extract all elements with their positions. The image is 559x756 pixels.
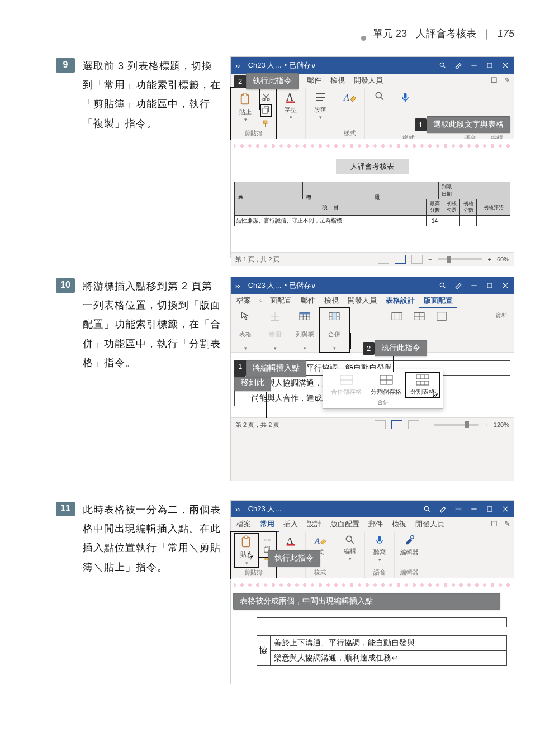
tab-file[interactable]: 檔案	[231, 294, 255, 308]
close-icon[interactable]	[501, 282, 509, 289]
pen-icon[interactable]	[454, 61, 462, 69]
paste-button[interactable]: 貼上 ▾	[235, 534, 258, 567]
props-icon[interactable]	[435, 311, 448, 322]
view-print-icon[interactable]	[391, 420, 402, 429]
zoom-in-icon[interactable]: +	[488, 256, 491, 263]
share-icon[interactable]: ☐	[487, 517, 501, 532]
maximize-icon[interactable]	[486, 61, 494, 69]
td-score: 14	[427, 216, 443, 226]
pen-icon[interactable]	[454, 282, 462, 289]
format-painter-icon[interactable]	[262, 120, 271, 129]
paste-button[interactable]: 貼上 ▾	[235, 93, 255, 122]
tab-developer[interactable]: 開發人員	[349, 74, 387, 88]
comments-icon[interactable]: ✎	[501, 517, 514, 532]
zoom-slider[interactable]	[438, 258, 482, 260]
view-readmode-icon[interactable]	[378, 255, 389, 264]
step-text: 此時表格被一分為二，兩個表格中間出現編輯插入點。在此插入點位置執行「常用＼剪貼簿…	[83, 500, 222, 684]
tab-design[interactable]: 設計	[302, 517, 326, 532]
pen-icon[interactable]	[439, 505, 447, 513]
font-dropdown[interactable]: A 字型 ▾	[281, 91, 301, 120]
comments-icon[interactable]: ✎	[501, 74, 514, 88]
svg-text:A: A	[343, 93, 349, 102]
autofit-icon[interactable]	[391, 311, 403, 322]
mic-button[interactable]	[395, 91, 415, 104]
share-icon[interactable]: ☐	[487, 74, 501, 88]
overflow-icon[interactable]: ››	[235, 505, 240, 513]
chevron-down-icon[interactable]: ∨	[311, 61, 316, 70]
tab-developer[interactable]: 開發人員	[411, 517, 449, 532]
search-icon[interactable]	[439, 282, 447, 289]
minimize-icon[interactable]	[470, 61, 478, 69]
view-web-icon[interactable]	[408, 420, 419, 429]
tab-developer[interactable]: 開發人員	[343, 294, 381, 308]
doc-row: 善於上下溝通、平行協調，能自動自發與	[270, 635, 507, 651]
cut-icon[interactable]	[262, 93, 271, 102]
search-icon[interactable]	[423, 505, 431, 513]
overflow-icon[interactable]: ››	[235, 61, 240, 70]
close-icon[interactable]	[501, 505, 509, 513]
chevron-down-icon[interactable]: ∨	[311, 282, 316, 290]
tab-file[interactable]: 檔案	[231, 517, 255, 532]
ribbon-group-styles: A 樣式	[335, 88, 365, 139]
tab-tablelayout[interactable]: 版面配置	[419, 294, 457, 308]
page-indicator: 第 1 頁，共 2 頁	[235, 255, 280, 264]
ribbon-group-data: 資料	[489, 308, 514, 352]
chevron-down-icon: ▾	[319, 115, 322, 120]
tab-review[interactable]: 檢視	[387, 517, 411, 532]
popup-split-cells[interactable]: 分割儲存格	[366, 374, 406, 396]
tab-layout[interactable]: 版面配置	[326, 517, 364, 532]
doc-title-box: 人評會考核表	[336, 159, 409, 174]
minimize-icon[interactable]	[470, 282, 478, 289]
tab-mailings[interactable]: 郵件	[364, 517, 387, 532]
zoom-slider[interactable]	[434, 424, 479, 426]
ribbon-group-paragraph: 段落 ▾	[306, 88, 335, 139]
ribbon-mode-icon[interactable]	[454, 505, 462, 513]
ribbon-group-draw: 繪圖 ▾	[260, 308, 290, 352]
maximize-icon[interactable]	[486, 505, 494, 513]
callout-text-line2: 移到此	[234, 377, 271, 391]
select-button[interactable]	[235, 311, 255, 322]
cut-icon[interactable]	[263, 534, 271, 542]
search-button[interactable]	[369, 91, 390, 102]
tab-mailings[interactable]: 郵件	[296, 294, 320, 308]
chevron-down-icon: ▾	[274, 345, 277, 351]
search-icon[interactable]	[439, 61, 447, 69]
zoom-out-icon[interactable]: −	[428, 256, 432, 263]
document-pane: 人評會考核表 姓名 部門 職稱 到職日期 項 目 最高分數 初核勾選	[231, 139, 514, 252]
editor-button[interactable]: 編輯器	[399, 534, 419, 557]
dictate-button[interactable]: 聽寫 ▾	[369, 534, 390, 563]
copy-button[interactable]	[261, 105, 271, 116]
svg-point-8	[263, 98, 265, 101]
tab-tabledesign[interactable]: 表格設計	[381, 294, 419, 308]
close-icon[interactable]	[501, 61, 509, 69]
svg-point-0	[440, 63, 444, 66]
overflow-icon[interactable]: ››	[235, 282, 240, 290]
popup-split-table[interactable]: 分割表格	[406, 373, 439, 397]
svg-point-26	[440, 283, 444, 287]
view-print-icon[interactable]	[395, 255, 406, 264]
scroll-left-icon[interactable]: ‹	[255, 294, 266, 308]
rowcol-button[interactable]	[295, 311, 315, 322]
tab-review[interactable]: 檢視	[320, 294, 343, 308]
font-dropdown[interactable]: A	[281, 534, 301, 546]
merge-button[interactable]	[324, 311, 344, 322]
paragraph-dropdown[interactable]: 段落 ▾	[310, 91, 330, 120]
clipboard-group-label: 剪貼簿	[244, 569, 263, 577]
zoom-out-icon[interactable]: −	[425, 421, 428, 428]
callout-num: 2	[363, 342, 375, 355]
view-web-icon[interactable]	[411, 255, 423, 264]
view-readmode-icon[interactable]	[375, 420, 386, 429]
tab-mailings[interactable]: 郵件	[302, 74, 326, 88]
tab-home[interactable]: 常用	[255, 517, 279, 532]
align-icon[interactable]	[413, 311, 425, 322]
maximize-icon[interactable]	[486, 282, 494, 289]
popup-split-label: 分割儲存格	[371, 388, 401, 396]
tab-layout-partial[interactable]: 面配置	[266, 294, 296, 308]
draw-group-label: 繪圖	[269, 331, 281, 339]
tab-review[interactable]: 檢視	[326, 74, 349, 88]
minimize-icon[interactable]	[470, 505, 478, 513]
tab-insert[interactable]: 插入	[279, 517, 302, 532]
zoom-in-icon[interactable]: +	[484, 421, 487, 428]
find-button[interactable]: 編輯 ▾	[340, 534, 360, 562]
styles-button[interactable]: A	[340, 91, 360, 104]
